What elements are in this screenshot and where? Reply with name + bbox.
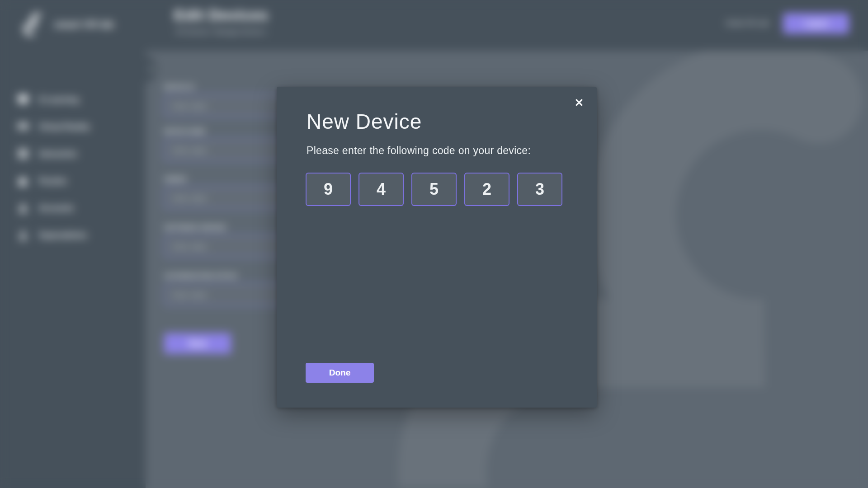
new-device-modal: ✕ New Device Please enter the following … <box>277 87 597 408</box>
sidebar-item-elearning[interactable]: E-Learning <box>0 86 146 113</box>
superadmin-icon <box>17 229 29 241</box>
sidebar-nav: E-Learning Virtual Reality Interactive <box>0 86 146 249</box>
interactive-icon <box>17 148 29 160</box>
sidebar-item-accounts[interactable]: Accounts <box>0 194 146 221</box>
sidebar-item-label: Interactive <box>39 150 77 158</box>
code-digit-box: 2 <box>464 173 509 206</box>
sidebar-collapse-button[interactable]: ‹ <box>146 56 157 83</box>
sidebar-item-label: E-Learning <box>39 95 79 104</box>
sidebar-item-superadmins[interactable]: Superadmins <box>0 221 146 249</box>
brand-logo-text: smart VR lab <box>54 19 114 30</box>
logout-button[interactable]: Logout <box>783 13 849 34</box>
accounts-icon <box>17 202 29 214</box>
sidebar-item-label: Puzzles <box>39 177 67 185</box>
modal-title: New Device <box>307 109 422 134</box>
close-icon[interactable]: ✕ <box>571 95 587 110</box>
code-digit-box: 3 <box>517 173 562 206</box>
code-digit-box: 9 <box>306 173 351 206</box>
sidebar-item-label: Superadmins <box>39 231 87 239</box>
app-window: smart VR lab E-Learning Virtual Reality <box>0 0 868 488</box>
code-digit-box: 4 <box>359 173 404 206</box>
brand-logo-icon <box>20 12 48 37</box>
breadcrumb[interactable]: VR Devices / Manage Devices / <box>175 28 267 35</box>
sidebar-item-label: Accounts <box>39 204 74 212</box>
chevron-left-icon: ‹ <box>150 62 153 75</box>
modal-instruction: Please enter the following code on your … <box>307 145 531 157</box>
done-button[interactable]: Done <box>306 363 374 383</box>
save-button[interactable]: Save <box>164 333 231 354</box>
vr-headset-icon <box>17 121 29 132</box>
sidebar-item-virtual-reality[interactable]: Virtual Reality <box>0 113 146 140</box>
page-title: Edit Devices <box>174 6 268 24</box>
sidebar-item-label: Virtual Reality <box>39 122 90 131</box>
sidebar-item-puzzles[interactable]: Puzzles <box>0 167 146 194</box>
puzzles-icon <box>17 175 29 187</box>
brand-logo[interactable]: smart VR lab <box>20 12 114 37</box>
device-code: 9 4 5 2 3 <box>306 173 562 206</box>
user-label: Smart VR Lab <box>726 19 769 27</box>
sidebar-item-interactive[interactable]: Interactive <box>0 140 146 167</box>
sidebar: smart VR lab E-Learning Virtual Reality <box>0 0 146 488</box>
elearning-icon <box>17 94 29 105</box>
code-digit-box: 5 <box>411 173 457 206</box>
